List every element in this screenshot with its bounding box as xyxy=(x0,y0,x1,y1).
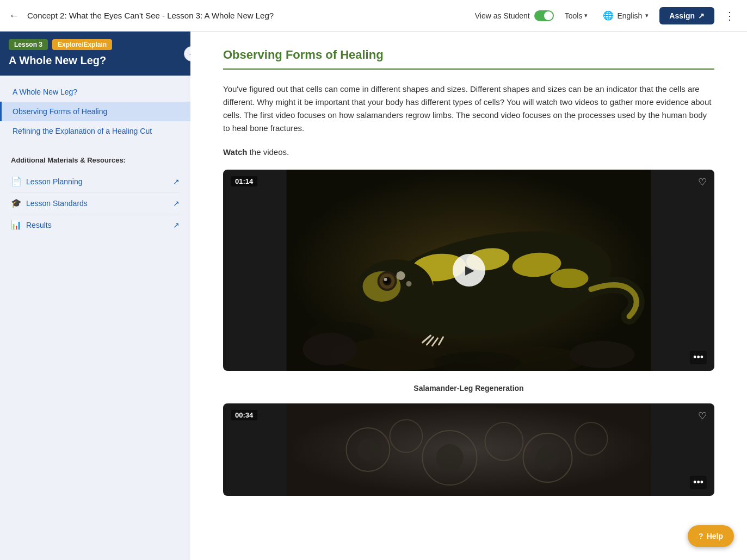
svg-rect-28 xyxy=(287,403,651,496)
sidebar-item-whole-new-leg[interactable]: A Whole New Leg? xyxy=(0,82,190,102)
collapse-icon: ◀ xyxy=(189,50,191,58)
resource-left: 🎓 Lesson Standards xyxy=(11,198,88,208)
lesson-planning-link[interactable]: 📄 Lesson Planning ↗ xyxy=(11,171,180,192)
favorite-button-2[interactable]: ♡ xyxy=(698,410,707,422)
help-label: Help xyxy=(707,532,723,540)
video-overlay-1: ▶ xyxy=(223,170,714,371)
globe-icon: 🌐 xyxy=(603,10,614,21)
tools-label: Tools xyxy=(565,11,583,20)
results-link[interactable]: 📊 Results ↗ xyxy=(11,214,180,235)
svg-point-36 xyxy=(436,444,464,471)
paragraph-text: You've figured out that cells can come i… xyxy=(223,84,711,133)
sidebar-tags: Lesson 3 Explore/Explain xyxy=(9,39,182,50)
favorite-button-1[interactable]: ♡ xyxy=(698,176,707,188)
more-icon: ⋮ xyxy=(724,10,735,22)
lesson-tag: Lesson 3 xyxy=(9,39,48,50)
svg-point-35 xyxy=(357,439,379,461)
header: ← Concept 2: What the Eyes Can't See - L… xyxy=(0,0,747,32)
help-icon: ? xyxy=(699,532,703,540)
page-title: Concept 2: What the Eyes Can't See - Les… xyxy=(27,11,475,20)
sidebar-item-label: A Whole New Leg? xyxy=(13,88,77,96)
video-card-1: ▶ 01:14 ♡ ••• xyxy=(223,170,714,371)
sidebar-collapse-button[interactable]: ◀ xyxy=(184,46,190,61)
view-as-student-toggle: View as Student xyxy=(475,10,554,21)
sidebar-item-label: Observing Forms of Healing xyxy=(13,107,107,116)
back-arrow-icon: ← xyxy=(9,9,20,22)
toggle-knob xyxy=(544,11,553,20)
tools-button[interactable]: Tools ▾ xyxy=(560,8,592,23)
video-more-button-1[interactable]: ••• xyxy=(690,351,707,364)
results-icon: 📊 xyxy=(11,220,22,230)
student-view-switch[interactable] xyxy=(534,10,554,21)
external-link-icon: ↗ xyxy=(173,199,180,208)
watch-instruction: Watch the videos. xyxy=(223,146,714,159)
content-area: Observing Forms of Healing You've figure… xyxy=(190,32,747,560)
section-title: Observing Forms of Healing xyxy=(223,48,714,70)
main-layout: Lesson 3 Explore/Explain A Whole New Leg… xyxy=(0,32,747,560)
video-timestamp-2: 00:34 xyxy=(231,410,257,420)
sidebar-item-refining[interactable]: Refining the Explanation of a Healing Cu… xyxy=(0,121,190,141)
svg-point-37 xyxy=(536,446,560,470)
lesson-standards-label: Lesson Standards xyxy=(26,199,88,208)
external-link-icon: ↗ xyxy=(173,177,180,186)
lesson-planning-label: Lesson Planning xyxy=(26,177,83,186)
bone-illustration xyxy=(223,403,714,496)
video-caption-1: Salamander-Leg Regeneration xyxy=(223,377,714,403)
english-label: English xyxy=(617,11,642,20)
video-thumbnail-2[interactable]: 00:34 ♡ ••• xyxy=(223,403,714,496)
play-button-1[interactable]: ▶ xyxy=(453,254,485,287)
video-timestamp-1: 01:14 xyxy=(231,176,257,186)
sidebar-navigation: A Whole New Leg? Observing Forms of Heal… xyxy=(0,76,190,147)
sidebar-resources: Additional Materials & Resources: 📄 Less… xyxy=(0,147,190,244)
watch-label: Watch xyxy=(223,147,247,157)
document-icon: 📄 xyxy=(11,176,22,186)
watch-rest: the videos. xyxy=(247,147,289,157)
sidebar-lesson-title: A Whole New Leg? xyxy=(9,54,182,67)
help-button[interactable]: ? Help xyxy=(688,525,734,547)
sidebar-item-label: Refining the Explanation of a Healing Cu… xyxy=(13,127,152,135)
back-button[interactable]: ← xyxy=(9,9,20,22)
english-language-button[interactable]: 🌐 English ▾ xyxy=(598,7,653,24)
assign-button[interactable]: Assign ↗ xyxy=(659,7,714,24)
resource-left: 📊 Results xyxy=(11,220,52,230)
resources-title: Additional Materials & Resources: xyxy=(11,156,180,164)
tools-chevron-icon: ▾ xyxy=(584,12,588,19)
video-more-button-2[interactable]: ••• xyxy=(690,476,707,489)
resource-left: 📄 Lesson Planning xyxy=(11,176,83,186)
sidebar-header: Lesson 3 Explore/Explain A Whole New Leg… xyxy=(0,32,190,76)
external-link-icon: ↗ xyxy=(173,221,180,229)
lesson-standards-link[interactable]: 🎓 Lesson Standards ↗ xyxy=(11,192,180,214)
english-chevron-icon: ▾ xyxy=(645,12,649,19)
explore-tag: Explore/Explain xyxy=(52,39,112,50)
view-as-student-label: View as Student xyxy=(475,11,530,20)
content-paragraph: You've figured out that cells can come i… xyxy=(223,83,714,135)
sidebar-item-observing-forms[interactable]: Observing Forms of Healing xyxy=(0,102,190,121)
assign-icon: ↗ xyxy=(698,11,705,20)
header-actions: View as Student Tools ▾ 🌐 English ▾ Assi… xyxy=(475,7,738,24)
results-label: Results xyxy=(26,221,52,229)
video-thumbnail-1[interactable]: ▶ 01:14 ♡ ••• xyxy=(223,170,714,371)
video-card-2: 00:34 ♡ ••• xyxy=(223,403,714,496)
sidebar: Lesson 3 Explore/Explain A Whole New Leg… xyxy=(0,32,190,560)
assign-label: Assign xyxy=(669,11,695,20)
standards-icon: 🎓 xyxy=(11,198,22,208)
more-options-button[interactable]: ⋮ xyxy=(721,7,738,24)
